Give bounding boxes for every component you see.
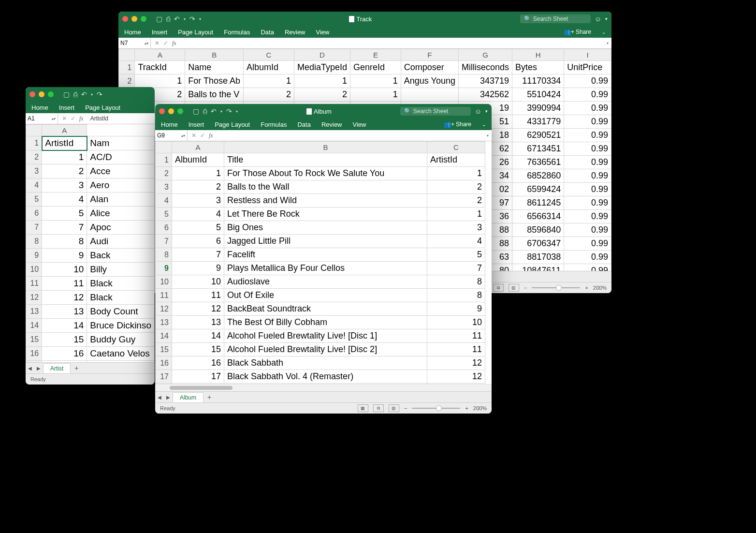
- cell[interactable]: Audi: [87, 235, 155, 249]
- tab-formulas[interactable]: Formulas: [224, 29, 250, 36]
- cell[interactable]: 9: [172, 262, 224, 275]
- cancel-icon[interactable]: ✕: [62, 115, 67, 122]
- row-header[interactable]: 2: [119, 74, 135, 88]
- row-header[interactable]: 8: [26, 235, 42, 249]
- cell[interactable]: GenreId: [350, 61, 401, 74]
- cell[interactable]: Black Sabbath Vol. 4 (Remaster): [224, 370, 427, 384]
- close-icon[interactable]: [122, 16, 128, 22]
- row-header[interactable]: 7: [26, 221, 42, 235]
- row-header[interactable]: 1: [156, 153, 172, 167]
- enter-icon[interactable]: ✓: [71, 115, 75, 122]
- cell[interactable]: 10: [42, 263, 87, 277]
- cell[interactable]: 16: [172, 356, 224, 370]
- fx-icon[interactable]: fx: [172, 40, 176, 47]
- tab-page-layout[interactable]: Page Layout: [85, 104, 120, 111]
- cell[interactable]: Alcohol Fueled Brewtality Live! [Disc 2]: [224, 343, 427, 356]
- cell[interactable]: For Those Ab: [185, 74, 244, 88]
- tab-home[interactable]: Home: [124, 29, 141, 36]
- cell[interactable]: 10: [172, 275, 224, 289]
- carat-icon[interactable]: ▾: [485, 109, 488, 114]
- tab-review[interactable]: Review: [321, 121, 342, 128]
- row-header[interactable]: 12: [26, 291, 42, 305]
- cell[interactable]: 4: [42, 192, 87, 207]
- undo-icon[interactable]: ↶: [174, 15, 180, 23]
- row-header[interactable]: 6: [156, 221, 172, 235]
- sheet-tab[interactable]: Album: [173, 392, 204, 402]
- expand-formula-icon[interactable]: ▾: [487, 133, 492, 138]
- row-header[interactable]: 16: [26, 347, 42, 361]
- formula-value[interactable]: ArtistId: [87, 115, 108, 122]
- cell[interactable]: 0.99: [564, 196, 611, 210]
- row-header[interactable]: 12: [156, 302, 172, 316]
- name-box[interactable]: A1▴▾: [26, 113, 58, 124]
- column-header[interactable]: D: [294, 49, 350, 61]
- cell[interactable]: 6: [172, 235, 224, 248]
- tab-scroll-right-icon[interactable]: ▶: [34, 366, 43, 371]
- zoom-out-icon[interactable]: −: [524, 285, 527, 291]
- cell[interactable]: Composer: [401, 61, 458, 74]
- cell[interactable]: 7: [42, 221, 87, 235]
- cell[interactable]: Facelift: [224, 248, 427, 262]
- cell[interactable]: 0.99: [564, 169, 611, 183]
- cell[interactable]: 15: [172, 343, 224, 356]
- zoom-icon[interactable]: [141, 16, 146, 22]
- cell[interactable]: 10: [427, 316, 485, 329]
- cell[interactable]: 17: [172, 370, 224, 384]
- normal-view-icon[interactable]: ▦: [358, 404, 368, 412]
- enter-icon[interactable]: ✓: [200, 132, 205, 139]
- cell[interactable]: 3: [42, 178, 87, 192]
- cell[interactable]: 3: [427, 221, 485, 235]
- tab-view[interactable]: View: [353, 121, 366, 128]
- cell[interactable]: 6706347: [512, 237, 564, 251]
- cell[interactable]: 4331779: [512, 115, 564, 129]
- save-icon[interactable]: ▢: [63, 90, 70, 98]
- cell[interactable]: Bruce Dickinso: [87, 319, 155, 333]
- column-header[interactable]: H: [512, 49, 564, 61]
- cell[interactable]: Out Of Exile: [224, 289, 427, 302]
- cell[interactable]: 5: [427, 248, 485, 262]
- tab-home[interactable]: Home: [31, 104, 48, 111]
- cell[interactable]: 11: [427, 343, 485, 356]
- cell[interactable]: Black Sabbath: [224, 356, 427, 370]
- row-header[interactable]: 10: [156, 275, 172, 289]
- column-header[interactable]: F: [401, 49, 458, 61]
- row-header[interactable]: 1: [26, 136, 42, 150]
- cell[interactable]: Nam: [87, 136, 155, 150]
- cell[interactable]: 12: [427, 370, 485, 384]
- cell[interactable]: Chico Buarque: [87, 361, 155, 363]
- column-header[interactable]: A: [135, 49, 185, 61]
- cell[interactable]: 14: [42, 319, 87, 333]
- zoom-icon[interactable]: [177, 108, 183, 114]
- search-sheet-input[interactable]: 🔍 Search Sheet: [400, 107, 471, 116]
- cell[interactable]: 342562: [458, 88, 512, 102]
- cell[interactable]: 3990994: [512, 102, 564, 115]
- tab-view[interactable]: View: [316, 29, 330, 36]
- row-header[interactable]: 11: [26, 277, 42, 291]
- horizontal-scrollbar[interactable]: [155, 384, 492, 391]
- cell[interactable]: 3: [172, 194, 224, 207]
- cell[interactable]: 0.99: [564, 251, 611, 264]
- cell[interactable]: MediaTypeId: [294, 61, 350, 74]
- cell[interactable]: 7636561: [512, 156, 564, 169]
- carat-icon[interactable]: ▾: [91, 92, 93, 97]
- column-header[interactable]: G: [458, 49, 512, 61]
- page-break-view-icon[interactable]: ▥: [389, 404, 399, 412]
- tab-page-layout[interactable]: Page Layout: [178, 29, 213, 36]
- row-header[interactable]: 1: [119, 61, 135, 74]
- cell[interactable]: Let There Be Rock: [224, 207, 427, 221]
- cell[interactable]: 17: [42, 361, 87, 363]
- cell[interactable]: Black: [87, 291, 155, 305]
- undo-icon[interactable]: ↶: [81, 90, 87, 98]
- save-icon[interactable]: ⎙: [73, 90, 77, 98]
- cell[interactable]: 6290521: [512, 129, 564, 142]
- cell[interactable]: 2: [427, 194, 485, 207]
- cell[interactable]: 14: [172, 329, 224, 343]
- cell[interactable]: 13: [172, 316, 224, 329]
- cell[interactable]: 4: [427, 235, 485, 248]
- cell[interactable]: 11: [172, 289, 224, 302]
- redo-icon[interactable]: ↷: [226, 107, 232, 115]
- cell[interactable]: 1: [350, 88, 401, 102]
- cell[interactable]: 2: [244, 88, 294, 102]
- column-header[interactable]: E: [350, 49, 401, 61]
- row-header[interactable]: 17: [26, 361, 42, 363]
